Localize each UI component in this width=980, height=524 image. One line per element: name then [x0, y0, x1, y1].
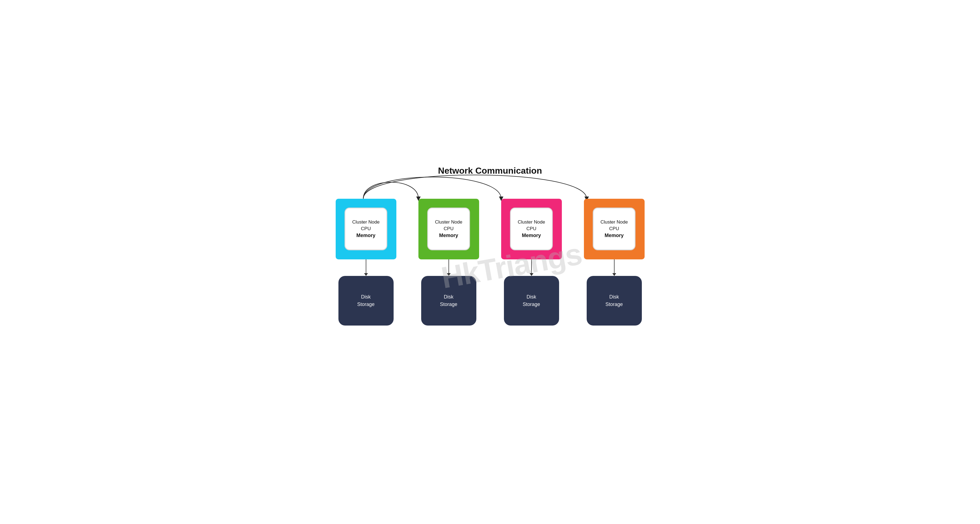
node4-line1: Cluster Node: [600, 219, 628, 225]
node1-line3: Memory: [356, 232, 375, 239]
node-column-3: Cluster Node CPU Memory Disk Storage: [501, 199, 562, 326]
disk4-line1: Disk: [609, 293, 619, 301]
nodes-row: Cluster Node CPU Memory Disk Storage Clu…: [325, 199, 655, 326]
arrow-line-2: [449, 259, 449, 273]
main-diagram: Network Communication Cluster Node CPU M…: [325, 166, 655, 359]
arrow-head-3: [530, 273, 533, 276]
cluster-node-4: Cluster Node CPU Memory: [584, 199, 644, 259]
arrow-down-1: [364, 259, 368, 276]
node-column-4: Cluster Node CPU Memory Disk Storage: [584, 199, 644, 326]
arrow-head-2: [447, 273, 451, 276]
cluster-inner-1: Cluster Node CPU Memory: [345, 208, 387, 250]
arrow-down-2: [447, 259, 451, 276]
disk-storage-2: Disk Storage: [421, 276, 476, 326]
arrow-down-3: [530, 259, 533, 276]
disk1-line1: Disk: [361, 293, 371, 301]
arrow-head-1: [364, 273, 368, 276]
disk1-line2: Storage: [357, 301, 375, 308]
node2-line3: Memory: [439, 232, 458, 239]
disk4-line2: Storage: [605, 301, 623, 308]
diagram-title: Network Communication: [325, 166, 655, 176]
cluster-inner-3: Cluster Node CPU Memory: [510, 208, 553, 250]
node3-line3: Memory: [522, 232, 541, 239]
disk2-line1: Disk: [444, 293, 453, 301]
disk3-line2: Storage: [523, 301, 540, 308]
cluster-node-1: Cluster Node CPU Memory: [336, 199, 396, 259]
disk2-line2: Storage: [440, 301, 457, 308]
node4-line3: Memory: [605, 232, 624, 239]
node2-line2: CPU: [444, 225, 454, 232]
cluster-inner-2: Cluster Node CPU Memory: [427, 208, 470, 250]
arrow-line-1: [366, 259, 366, 273]
node-column-2: Cluster Node CPU Memory Disk Storage: [418, 199, 479, 326]
node4-line2: CPU: [609, 225, 619, 232]
arrow-down-4: [612, 259, 616, 276]
arrow-line-4: [614, 259, 614, 273]
node3-line2: CPU: [527, 225, 536, 232]
disk-storage-1: Disk Storage: [339, 276, 394, 326]
cluster-node-3: Cluster Node CPU Memory: [501, 199, 562, 259]
node3-line1: Cluster Node: [518, 219, 545, 225]
arrow-head-4: [612, 273, 616, 276]
arrow-line-3: [531, 259, 532, 273]
node1-line1: Cluster Node: [352, 219, 380, 225]
disk-storage-3: Disk Storage: [504, 276, 559, 326]
disk-storage-4: Disk Storage: [587, 276, 642, 326]
disk3-line1: Disk: [527, 293, 536, 301]
node2-line1: Cluster Node: [435, 219, 462, 225]
node1-line2: CPU: [361, 225, 371, 232]
cluster-inner-4: Cluster Node CPU Memory: [593, 208, 635, 250]
node-column-1: Cluster Node CPU Memory Disk Storage: [336, 199, 396, 326]
cluster-node-2: Cluster Node CPU Memory: [418, 199, 479, 259]
